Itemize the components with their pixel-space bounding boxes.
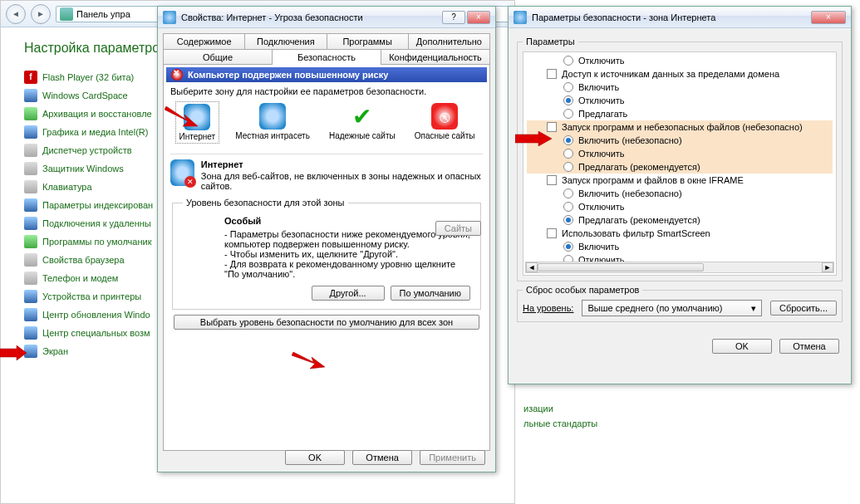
setting-label: Отключить bbox=[578, 94, 625, 107]
setting-option[interactable]: Отключить bbox=[527, 94, 833, 107]
zones-list: ИнтернетМестная интрасеть✔Надежные сайты… bbox=[164, 98, 489, 147]
cp-item-label: Экран bbox=[42, 346, 68, 356]
tab[interactable]: Подключения bbox=[244, 33, 327, 49]
level-name: Особый bbox=[224, 216, 470, 226]
tab[interactable]: Дополнительно bbox=[408, 33, 490, 49]
zone-item[interactable]: ✔Надежные сайты bbox=[326, 101, 399, 144]
cp-item[interactable]: Диспетчер устройств bbox=[24, 144, 167, 157]
zone-item[interactable]: Интернет bbox=[175, 101, 220, 144]
scroll-thumb[interactable] bbox=[538, 263, 704, 272]
checkbox-icon[interactable] bbox=[547, 122, 557, 132]
tab[interactable]: Конфиденциальность bbox=[381, 49, 490, 65]
setting-option[interactable]: Включить bbox=[527, 240, 833, 253]
cp-item[interactable]: Windows CardSpace bbox=[24, 89, 167, 102]
setting-group[interactable]: Доступ к источникам данных за пределами … bbox=[527, 67, 833, 81]
cancel-button[interactable]: Отмена bbox=[779, 339, 839, 354]
cp-item[interactable]: Центр обновления Windo bbox=[24, 308, 167, 321]
warning-text: Компьютер подвержен повышенному риску bbox=[188, 70, 388, 80]
cancel-button[interactable]: Отмена bbox=[352, 450, 412, 465]
setting-option[interactable]: Включить (небезопасно) bbox=[527, 134, 833, 147]
setting-group[interactable]: Использовать фильтр SmartScreen bbox=[527, 227, 833, 240]
radio-icon[interactable] bbox=[563, 162, 573, 172]
zone-item[interactable]: Местная интрасеть bbox=[232, 101, 313, 144]
setting-option[interactable]: Предлагать bbox=[527, 107, 833, 120]
cp-item[interactable]: Подключения к удаленны bbox=[24, 217, 167, 230]
radio-icon[interactable] bbox=[563, 149, 573, 159]
cp-item-icon bbox=[24, 272, 37, 285]
cp-item[interactable]: Архивация и восстановле bbox=[24, 107, 167, 120]
checkbox-icon[interactable] bbox=[547, 175, 557, 185]
ok-button[interactable]: OK bbox=[285, 450, 345, 465]
cp-item[interactable]: Центр специальных возм bbox=[24, 326, 167, 340]
cp-item[interactable]: Параметры индексирован bbox=[24, 198, 167, 212]
radio-icon[interactable] bbox=[563, 242, 573, 252]
radio-icon[interactable] bbox=[563, 188, 573, 198]
radio-icon[interactable] bbox=[563, 82, 573, 92]
apply-button[interactable]: Применить bbox=[420, 450, 485, 465]
forward-button-icon[interactable]: ► bbox=[31, 4, 51, 24]
tab[interactable]: Программы bbox=[327, 33, 409, 49]
ok-button[interactable]: OK bbox=[712, 339, 772, 354]
setting-label: Отключить bbox=[578, 147, 625, 160]
scroll-right-icon[interactable]: ► bbox=[822, 262, 833, 272]
custom-level-button[interactable]: Другой... bbox=[312, 286, 385, 301]
setting-option[interactable]: Отключить bbox=[527, 147, 833, 160]
radio-icon[interactable] bbox=[563, 95, 573, 105]
reset-all-zones-button[interactable]: Выбрать уровень безопасности по умолчани… bbox=[174, 315, 479, 330]
reset-combo-value: Выше среднего (по умолчанию) bbox=[587, 303, 722, 313]
setting-label: Отключить bbox=[578, 200, 625, 213]
tab[interactable]: Безопасность bbox=[272, 49, 381, 65]
cp-item[interactable]: Экран bbox=[24, 345, 167, 358]
radio-icon[interactable] bbox=[563, 56, 573, 66]
footer-link-2[interactable]: льные стандарты bbox=[523, 418, 597, 428]
cp-item[interactable]: Телефон и модем bbox=[24, 272, 167, 285]
horizontal-scrollbar[interactable]: ◄ ► bbox=[525, 262, 834, 273]
reset-level-combo[interactable]: Выше среднего (по умолчанию) ▾ bbox=[582, 300, 762, 316]
default-level-button[interactable]: По умолчанию bbox=[391, 286, 470, 301]
reset-button[interactable]: Сбросить... bbox=[770, 301, 837, 316]
cp-item[interactable]: Программы по умолчаник bbox=[24, 235, 167, 248]
cp-item-icon bbox=[24, 345, 37, 358]
scroll-left-icon[interactable]: ◄ bbox=[526, 262, 538, 272]
zone-icon bbox=[184, 104, 210, 130]
close-button[interactable]: × bbox=[811, 11, 846, 24]
cp-heading: Настройка параметров bbox=[24, 41, 167, 56]
back-button-icon[interactable]: ◄ bbox=[6, 4, 26, 24]
zone-item[interactable]: ⦸Опасные сайты bbox=[411, 101, 479, 144]
checkbox-icon[interactable] bbox=[547, 69, 557, 79]
close-button[interactable]: × bbox=[467, 11, 490, 24]
radio-icon[interactable] bbox=[563, 202, 573, 212]
setting-group[interactable]: Запуск программ и небезопасных файлов (н… bbox=[527, 120, 833, 134]
cp-item-icon bbox=[24, 180, 37, 193]
cp-item-label: Windows CardSpace bbox=[42, 91, 128, 100]
level-legend: Уровень безопасности для этой зоны bbox=[183, 198, 348, 208]
checkbox-icon[interactable] bbox=[547, 228, 557, 238]
cp-item[interactable]: Устройства и принтеры bbox=[24, 290, 167, 303]
level-line-1: - Параметры безопасности ниже рекомендуе… bbox=[224, 229, 470, 249]
cp-item[interactable]: Клавиатура bbox=[24, 180, 167, 193]
tab[interactable]: Общие bbox=[163, 49, 273, 65]
setting-group[interactable]: Запуск программ и файлов в окне IFRAME bbox=[527, 174, 833, 187]
radio-icon[interactable] bbox=[563, 109, 573, 119]
footer-links: изации льные стандарты bbox=[523, 399, 597, 433]
tab[interactable]: Содержимое bbox=[163, 33, 245, 49]
cp-item[interactable]: Графика и медиа Intel(R) bbox=[24, 125, 167, 139]
radio-icon[interactable] bbox=[563, 135, 573, 145]
help-button[interactable]: ? bbox=[442, 11, 465, 24]
cp-item[interactable]: Свойства браузера bbox=[24, 253, 167, 267]
dialog-titlebar[interactable]: Свойства: Интернет - Угроза безопасности… bbox=[158, 7, 495, 28]
setting-option[interactable]: Отключить bbox=[527, 54, 833, 67]
setting-option[interactable]: Включить (небезопасно) bbox=[527, 187, 833, 200]
security-settings-dialog: Параметры безопасности - зона Интернета … bbox=[508, 6, 852, 384]
setting-option[interactable]: Включить bbox=[527, 81, 833, 94]
settings-tree[interactable]: ОтключитьДоступ к источникам данных за п… bbox=[523, 51, 837, 276]
setting-option[interactable]: Отключить bbox=[527, 200, 833, 213]
setting-option[interactable]: Предлагать (рекомендуется) bbox=[527, 213, 833, 227]
dialog-titlebar[interactable]: Параметры безопасности - зона Интернета … bbox=[509, 7, 851, 28]
cp-item-icon bbox=[24, 89, 37, 102]
setting-option[interactable]: Предлагать (рекомендуется) bbox=[527, 160, 833, 174]
footer-link-1[interactable]: изации bbox=[523, 404, 597, 413]
cp-item[interactable]: fFlash Player (32 бита) bbox=[24, 71, 167, 84]
cp-item[interactable]: Защитник Windows bbox=[24, 162, 167, 175]
radio-icon[interactable] bbox=[563, 215, 573, 225]
